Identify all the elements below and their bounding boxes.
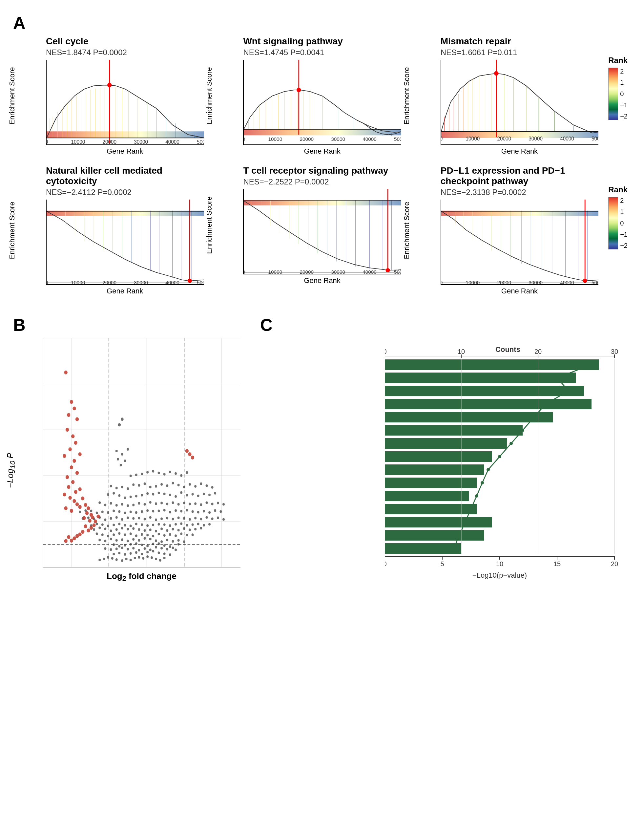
svg-point-371 bbox=[107, 511, 109, 514]
rank-legend-gradient bbox=[608, 68, 618, 120]
wnt-nes: NES=1.4745 P=0.0041 bbox=[243, 48, 401, 57]
bar-tcell-mig bbox=[385, 491, 469, 501]
svg-point-305 bbox=[104, 528, 106, 530]
svg-point-424 bbox=[197, 495, 200, 497]
svg-point-511 bbox=[67, 535, 70, 539]
svg-point-255 bbox=[169, 545, 171, 548]
svg-point-475 bbox=[78, 452, 81, 456]
svg-point-451 bbox=[130, 474, 132, 477]
svg-point-322 bbox=[175, 523, 177, 525]
panel-c-label: C bbox=[260, 315, 631, 335]
svg-point-416 bbox=[118, 494, 120, 497]
svg-text:30000: 30000 bbox=[529, 136, 543, 141]
svg-point-347 bbox=[183, 517, 185, 520]
bar-dendritic bbox=[385, 543, 461, 554]
svg-text:50000: 50000 bbox=[592, 280, 599, 284]
svg-point-387 bbox=[149, 501, 152, 504]
svg-point-470 bbox=[75, 417, 79, 421]
svg-point-437 bbox=[172, 482, 174, 484]
svg-point-502 bbox=[92, 523, 96, 527]
dot-12 bbox=[469, 507, 472, 511]
svg-point-332 bbox=[208, 523, 211, 525]
mismatch-canvas: 0.0 0.2 0.4 0.6 0 10000 20000 30000 4000… bbox=[441, 60, 599, 145]
svg-point-444 bbox=[200, 482, 202, 485]
svg-point-492 bbox=[70, 509, 73, 513]
gsea-top-row: Cell cycle NES=1.8474 P=0.0002 Enrichmen… bbox=[13, 36, 631, 156]
bar-chart-container: Counts 0 10 20 30 regulation of immune e… bbox=[260, 338, 631, 609]
svg-point-489 bbox=[75, 502, 79, 507]
svg-point-240 bbox=[155, 546, 157, 549]
svg-point-277 bbox=[152, 534, 154, 537]
svg-point-452 bbox=[158, 472, 160, 474]
svg-point-364 bbox=[158, 510, 160, 512]
svg-point-351 bbox=[194, 517, 196, 519]
svg-point-241 bbox=[161, 547, 163, 549]
svg-point-361 bbox=[135, 511, 138, 514]
svg-point-250 bbox=[124, 544, 126, 546]
gsea-bottom-row: Natural killer cell mediated cytotoxicit… bbox=[13, 166, 631, 296]
svg-text:40000: 40000 bbox=[363, 136, 377, 142]
svg-point-278 bbox=[124, 533, 126, 536]
svg-point-395 bbox=[115, 504, 118, 507]
svg-point-256 bbox=[177, 543, 180, 546]
rank-legend-bottom-title: Rank bbox=[608, 185, 628, 194]
svg-point-376 bbox=[191, 510, 194, 513]
svg-point-334 bbox=[144, 518, 146, 520]
svg-point-483 bbox=[78, 487, 81, 491]
svg-point-214 bbox=[163, 557, 165, 559]
svg-point-373 bbox=[101, 510, 104, 513]
svg-point-246 bbox=[135, 542, 138, 545]
svg-point-417 bbox=[169, 494, 171, 496]
svg-point-413 bbox=[158, 492, 160, 494]
gsea-pdl1: PD−L1 expression and PD−1 checkpoint pat… bbox=[408, 166, 599, 296]
svg-point-223 bbox=[124, 553, 126, 556]
svg-point-301 bbox=[177, 529, 180, 531]
svg-point-251 bbox=[118, 545, 120, 547]
svg-point-358 bbox=[222, 518, 225, 521]
cell-cycle-title: Cell cycle bbox=[46, 36, 204, 47]
svg-point-501 bbox=[96, 514, 100, 518]
svg-point-314 bbox=[152, 523, 154, 526]
svg-point-268 bbox=[110, 538, 112, 540]
svg-point-446 bbox=[211, 486, 214, 489]
panel-b: B −Log10 P bbox=[13, 315, 240, 609]
panel-b-label: B bbox=[13, 315, 240, 335]
svg-point-280 bbox=[163, 534, 165, 537]
svg-point-484 bbox=[74, 490, 78, 494]
dot-2 bbox=[555, 376, 559, 379]
bar-regulation-immune bbox=[385, 359, 599, 370]
svg-point-213 bbox=[159, 559, 161, 562]
svg-point-336 bbox=[132, 517, 135, 520]
svg-point-290 bbox=[191, 533, 194, 536]
svg-point-309 bbox=[93, 528, 95, 531]
svg-text:50000: 50000 bbox=[592, 136, 599, 141]
svg-point-235 bbox=[149, 549, 152, 551]
svg-point-388 bbox=[132, 504, 135, 507]
svg-point-434 bbox=[127, 487, 129, 490]
nk-y-label: Enrichment Score bbox=[8, 202, 16, 259]
svg-point-248 bbox=[146, 544, 149, 547]
svg-point-215 bbox=[115, 558, 118, 561]
svg-point-298 bbox=[166, 529, 168, 532]
cell-cycle-nes: NES=1.8474 P=0.0002 bbox=[46, 48, 204, 57]
svg-point-449 bbox=[135, 474, 138, 476]
svg-point-288 bbox=[101, 533, 104, 536]
svg-point-429 bbox=[144, 482, 146, 485]
nk-nes: NES=−2.4112 P=0.0002 bbox=[46, 188, 204, 197]
svg-point-426 bbox=[208, 494, 211, 496]
bar-tcell-prolif bbox=[385, 504, 477, 514]
svg-text:30000: 30000 bbox=[134, 139, 148, 145]
svg-point-480 bbox=[66, 475, 69, 479]
svg-text:5: 5 bbox=[440, 560, 444, 567]
svg-text:0: 0 bbox=[385, 348, 387, 355]
svg-point-408 bbox=[141, 494, 143, 497]
cell-cycle-canvas: 0.0 0.2 0.4 0.5 0 10000 20000 30000 4000… bbox=[46, 60, 204, 145]
svg-point-229 bbox=[163, 552, 165, 555]
svg-point-460 bbox=[124, 460, 126, 462]
mismatch-title: Mismatch repair bbox=[441, 36, 599, 47]
svg-point-230 bbox=[169, 553, 171, 556]
dot-4 bbox=[544, 403, 547, 406]
gsea-nk: Natural killer cell mediated cytotoxicit… bbox=[13, 166, 204, 296]
svg-point-466 bbox=[64, 370, 68, 375]
svg-point-386 bbox=[144, 503, 146, 506]
